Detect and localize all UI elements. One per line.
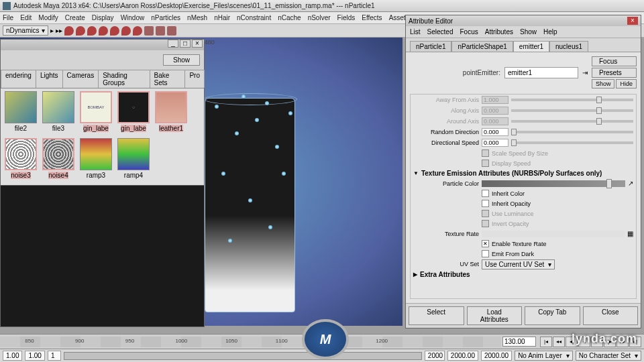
hide-button[interactable]: Hide [616, 79, 637, 88]
swatch-file2[interactable]: file2 [3, 91, 38, 135]
map-icon[interactable]: ↗ [628, 180, 633, 187]
current-frame[interactable]: 130.00 [502, 337, 536, 347]
tab-nparticleshape1[interactable]: nParticleShape1 [451, 41, 513, 52]
map-icon[interactable]: ▦ [627, 230, 633, 237]
menu-fields[interactable]: Fields [337, 14, 356, 21]
rewind-start-button[interactable]: |◂ [540, 337, 552, 347]
work-area[interactable] [1, 185, 204, 326]
maximize-button[interactable]: □ [180, 40, 191, 48]
minimize-button[interactable]: _ [168, 40, 178, 48]
tab-emitter1[interactable]: emitter1 [513, 41, 549, 52]
shelf-play-icon[interactable]: ▸▸ [56, 27, 62, 34]
swatch-noise3[interactable]: noise3 [3, 138, 38, 182]
slider[interactable] [511, 109, 633, 112]
menu-create[interactable]: Create [65, 14, 85, 21]
slider[interactable] [511, 141, 633, 144]
menu-display[interactable]: Display [92, 14, 114, 21]
shelf-play-icon[interactable]: ▸ [50, 27, 54, 34]
focus-button[interactable]: Focus [592, 56, 637, 66]
tab-cameras[interactable]: Cameras [62, 70, 99, 88]
tab-nucleus1[interactable]: nucleus1 [549, 41, 588, 52]
menu-window[interactable]: Window [121, 14, 145, 21]
presets-button[interactable]: Presets [592, 68, 637, 78]
attr-scroll[interactable]: Away From Axis1.000 Along Axis0.000 Arou… [410, 94, 637, 299]
shelf-magnet-icon[interactable] [110, 26, 119, 36]
time-ruler[interactable]: 850 900 950 1000 1050 1100 1150 1200 [0, 337, 501, 347]
slider[interactable] [511, 99, 633, 101]
character-set-dropdown[interactable]: No Character Set▾ [576, 351, 641, 361]
menu-nhair[interactable]: nHair [214, 14, 230, 21]
close-button[interactable]: × [627, 17, 638, 25]
menu-help[interactable]: Help [543, 28, 557, 36]
close-button[interactable]: × [192, 40, 203, 48]
slider[interactable] [511, 131, 633, 133]
tab-nparticle1[interactable]: nParticle1 [410, 41, 451, 52]
checkbox[interactable] [482, 190, 489, 197]
close-button[interactable]: Close [583, 306, 639, 325]
menu-edit[interactable]: Edit [20, 14, 32, 21]
tab-lights[interactable]: Lights [36, 70, 63, 88]
swatch-ramp3[interactable]: ramp3 [78, 138, 113, 182]
shelf-magnet-icon[interactable] [87, 26, 97, 36]
shelf-magnet-icon[interactable] [121, 26, 131, 36]
range-slider[interactable] [64, 352, 422, 360]
swatch-leather1[interactable]: leather1 [154, 91, 189, 135]
menu-modify[interactable]: Modify [38, 14, 58, 21]
node-name-input[interactable] [504, 67, 578, 78]
shelf-dropdown[interactable]: nDynamics▾ [3, 25, 48, 36]
step-back-button[interactable]: ◂◂ [553, 337, 565, 347]
show-button[interactable]: Show [163, 54, 200, 66]
uvset-dropdown[interactable]: Use Current UV Set▾ [482, 259, 555, 269]
copy-tab-button[interactable]: Copy Tab [525, 306, 580, 325]
swatch-ramp4[interactable]: ramp4 [116, 138, 151, 182]
menu-nsolver[interactable]: nSolver [308, 14, 331, 21]
checkbox[interactable]: ✕ [482, 240, 489, 247]
tab-shading-groups[interactable]: Shading Groups [98, 70, 150, 88]
tab-projects[interactable]: Pro [184, 70, 205, 88]
range-start-outer[interactable]: 1.00 [3, 351, 22, 361]
load-attributes-button[interactable]: Load Attributes [467, 306, 523, 325]
anim-layer-dropdown[interactable]: No Anim Layer▾ [515, 351, 573, 361]
menu-show[interactable]: Show [520, 28, 537, 36]
checkbox[interactable] [482, 250, 489, 257]
menu-ncache[interactable]: nCache [278, 14, 301, 21]
menu-list[interactable]: List [410, 28, 421, 36]
shelf-tool-icon[interactable] [156, 26, 165, 36]
menu-effects[interactable]: Effects [362, 14, 382, 21]
tab-bake-sets[interactable]: Bake Sets [150, 70, 186, 88]
show-button[interactable]: Show [592, 79, 615, 88]
menu-focus[interactable]: Focus [460, 28, 478, 36]
menu-nmesh[interactable]: nMesh [187, 14, 207, 21]
menu-selected[interactable]: Selected [427, 28, 453, 36]
thumb-icon [5, 138, 37, 170]
menu-attributes[interactable]: Attributes [485, 28, 513, 36]
checkbox[interactable] [482, 200, 489, 207]
range-start-handle[interactable]: 1 [48, 351, 61, 361]
range-end-handle[interactable]: 2000 [425, 351, 445, 361]
io-icon[interactable]: ⇥ [582, 69, 588, 76]
row-directional-speed: Directional Speed0.000 [411, 137, 636, 148]
range-start[interactable]: 1.00 [25, 351, 44, 361]
shelf-magnet-icon[interactable] [133, 26, 142, 36]
rate-slot[interactable] [482, 231, 625, 237]
shelf-tool-icon[interactable] [144, 26, 154, 36]
section-extra-attrs[interactable]: ▶Extra Attributes [411, 269, 636, 280]
swatch-file3[interactable]: file3 [41, 91, 76, 135]
range-end-outer[interactable]: 2000.00 [481, 351, 512, 361]
shelf-magnet-icon[interactable] [76, 26, 85, 36]
swatch-gin-label1[interactable]: BOMBAYgin_labe [78, 91, 113, 135]
shelf-magnet-icon[interactable] [64, 26, 74, 36]
section-texture-emission[interactable]: ▼Texture Emission Attributes (NURBS/Poly… [411, 168, 636, 178]
tab-rendering[interactable]: endering [1, 70, 36, 88]
slider[interactable] [511, 120, 633, 123]
menu-nparticles[interactable]: nParticles [151, 14, 180, 21]
swatch-noise4[interactable]: noise4 [41, 138, 76, 182]
menu-nconstraint[interactable]: nConstraint [237, 14, 271, 21]
shelf-magnet-icon[interactable] [99, 26, 108, 36]
swatch-gin-label2[interactable]: ○gin_labe [116, 91, 151, 135]
select-button[interactable]: Select [409, 306, 464, 325]
shelf-tool-icon[interactable] [167, 26, 176, 36]
color-gradient[interactable] [482, 180, 625, 187]
menu-file[interactable]: File [3, 14, 13, 21]
range-end[interactable]: 2000.00 [447, 351, 478, 361]
